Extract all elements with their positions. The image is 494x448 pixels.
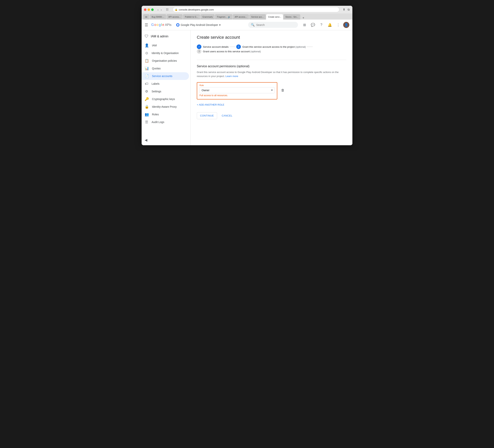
menu-button[interactable]: ☰ xyxy=(145,23,148,27)
help-icon[interactable]: ? xyxy=(318,22,325,28)
title-bar: ‹ › ☷ 🔒 console.developers.google.com ⬆ … xyxy=(142,6,352,13)
section-description: Grant this service account access to Goo… xyxy=(197,70,346,78)
apis-text: APIs xyxy=(165,23,172,27)
sidebar-item-label-identity-aware-proxy: Identity-Aware Proxy xyxy=(152,105,177,108)
tab-create-service[interactable]: Create servi... xyxy=(266,14,283,20)
back-button[interactable]: ‹ xyxy=(157,8,159,12)
sidebar-item-settings[interactable]: ⚙ Settings xyxy=(142,87,189,95)
step-2-label: Grant this service account access to the… xyxy=(242,45,306,48)
tab-stores[interactable]: Stores - Sm... xyxy=(284,14,300,20)
delete-role-button[interactable]: 🗑 xyxy=(280,87,285,93)
project-selector[interactable]: Google Play Android Developer ▾ xyxy=(174,22,222,27)
sidebar-item-label-service-accounts: Service accounts xyxy=(152,75,173,78)
sidebar-item-label-cryptographic-keys: Cryptographic keys xyxy=(152,98,175,100)
header-icons: ⊞ 💬 ? 🔔 ⋮ 👤 xyxy=(301,22,349,28)
sidebar-title: IAM & admin xyxy=(151,35,168,38)
tab-grammarly[interactable]: Grammarly xyxy=(200,14,215,20)
add-another-role-button[interactable]: + ADD ANOTHER ROLE xyxy=(197,102,224,108)
cancel-button[interactable]: CANCEL xyxy=(220,112,234,119)
tab-de[interactable]: de xyxy=(143,14,149,20)
search-icon: 🔍 xyxy=(251,23,255,27)
forward-button[interactable]: › xyxy=(160,8,162,12)
step-connector-2 xyxy=(307,47,313,47)
tab-publish[interactable]: Publish to G... xyxy=(183,14,200,20)
org-policies-icon: 📋 xyxy=(145,59,149,63)
roles-icon: 👥 xyxy=(145,112,149,116)
address-bar-area: 🔒 console.developers.google.com xyxy=(173,7,339,12)
section-title: Service account permissions (optional) xyxy=(197,64,346,68)
sidebar-item-cryptographic-keys[interactable]: 🔑 Cryptographic keys xyxy=(142,95,189,103)
logo-o2: o xyxy=(157,23,159,27)
logo-g2: g xyxy=(159,23,161,27)
sidebar-item-label-roles: Roles xyxy=(152,113,159,116)
identity-icon: ⊙ xyxy=(145,51,148,55)
nav-buttons: ‹ › xyxy=(157,8,162,12)
new-tab-button[interactable]: ⧉ xyxy=(347,7,350,12)
step-3-label: Grant users access to this service accou… xyxy=(203,50,261,53)
sidebar-collapse-icon: ◀ xyxy=(145,138,147,142)
sidebar-item-audit-logs[interactable]: ☰ Audit Logs xyxy=(142,118,189,126)
apps-icon[interactable]: ⊞ xyxy=(301,22,308,28)
sidebar-item-label-labels: Labels xyxy=(152,82,160,85)
new-tab-add-button[interactable]: + xyxy=(301,16,306,20)
close-button[interactable] xyxy=(144,8,146,11)
more-vert-icon[interactable]: ⋮ xyxy=(335,22,342,28)
step-2-circle: 2 xyxy=(236,44,241,49)
logo-l: l xyxy=(161,23,162,27)
project-icon xyxy=(176,23,180,27)
logo-g: G xyxy=(151,23,154,27)
learn-more-link[interactable]: Learn more xyxy=(225,75,238,78)
continue-button[interactable]: CONTINUE xyxy=(197,112,217,119)
sidebar-item-label-identity: Identity & Organisation xyxy=(152,51,179,55)
chat-icon[interactable]: 💬 xyxy=(309,22,316,28)
tab-fragment[interactable]: Fragmen... 🔊 xyxy=(215,14,232,20)
search-input[interactable] xyxy=(256,23,295,26)
step-1-label: Service account details xyxy=(203,45,229,48)
step-3-circle: 3 xyxy=(197,49,201,54)
title-bar-actions: ⬆ ⧉ xyxy=(342,7,350,12)
cryptographic-keys-icon: 🔑 xyxy=(145,97,149,101)
step-connector-1 xyxy=(229,47,235,47)
role-row: Owner Editor Viewer Browser xyxy=(199,87,275,93)
sidebar-item-org-policies[interactable]: 📋 Organisation policies xyxy=(142,57,189,64)
sidebar-item-labels[interactable]: 🏷 Labels xyxy=(142,80,189,87)
sidebar-item-quotas[interactable]: 📊 Quotas xyxy=(142,64,189,72)
action-buttons: CONTINUE CANCEL xyxy=(197,112,346,119)
browser-window: ‹ › ☷ 🔒 console.developers.google.com ⬆ … xyxy=(142,6,352,145)
tab-group-button[interactable]: ☷ xyxy=(165,7,170,12)
google-apis-logo: Google APIs xyxy=(151,23,172,27)
project-dropdown-icon: ▾ xyxy=(219,23,221,26)
identity-aware-proxy-icon: 🔒 xyxy=(145,105,149,109)
minimize-button[interactable] xyxy=(148,8,150,11)
address-bar[interactable]: 🔒 console.developers.google.com xyxy=(173,7,339,12)
tab-api2[interactable]: API access... xyxy=(233,14,249,20)
content-area: Create service account ✓ Service account… xyxy=(191,30,352,145)
role-row-container: Role Owner Editor Viewer Browser Full ac… xyxy=(197,82,346,100)
sidebar-header: 🛡 IAM & admin xyxy=(142,32,190,42)
sidebar-item-iam[interactable]: 👤 IAM xyxy=(142,42,189,49)
role-select[interactable]: Owner Editor Viewer Browser xyxy=(199,87,275,93)
quotas-icon: 📊 xyxy=(145,66,149,71)
maximize-button[interactable] xyxy=(151,8,154,11)
sidebar-item-identity[interactable]: ⊙ Identity & Organisation xyxy=(142,49,189,57)
notifications-icon[interactable]: 🔔 xyxy=(326,22,333,28)
step-3: 3 Grant users access to this service acc… xyxy=(197,49,261,54)
sidebar-item-service-accounts[interactable]: 📄 Service accounts xyxy=(142,72,189,80)
avatar[interactable]: 👤 xyxy=(343,22,349,28)
sidebar-item-roles[interactable]: 👥 Roles xyxy=(142,111,189,118)
role-field-wrapper: Role Owner Editor Viewer Browser Full ac… xyxy=(197,82,277,100)
search-bar[interactable]: 🔍 xyxy=(248,22,298,28)
sidebar-item-identity-aware-proxy[interactable]: 🔒 Identity-Aware Proxy xyxy=(142,103,189,111)
step-1-circle: ✓ xyxy=(197,44,201,49)
tab-bug[interactable]: Bug 59400:... xyxy=(150,14,166,20)
sidebar-collapse-button[interactable]: ◀ xyxy=(142,137,190,144)
delete-icon: 🗑 xyxy=(281,88,284,92)
main-layout: 🛡 IAM & admin 👤 IAM ⊙ Identity & Organis… xyxy=(142,30,352,145)
iam-icon: 👤 xyxy=(145,43,149,48)
content-divider xyxy=(197,60,346,60)
share-button[interactable]: ⬆ xyxy=(342,7,346,12)
tab-service-acc[interactable]: Service acc... xyxy=(249,14,266,20)
project-name: Google Play Android Developer xyxy=(181,23,218,26)
sidebar-item-label-quotas: Quotas xyxy=(152,67,161,70)
tab-api1[interactable]: API access... xyxy=(167,14,183,20)
